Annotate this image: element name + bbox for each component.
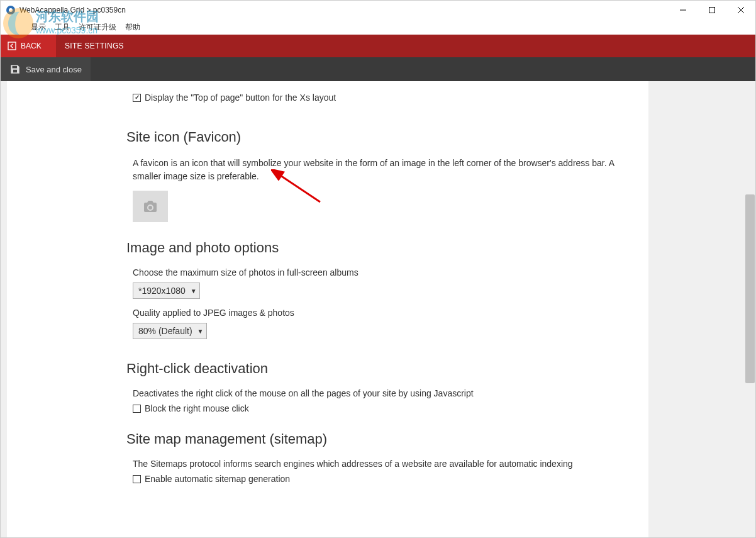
save-icon <box>9 64 21 75</box>
rightclick-option[interactable]: Block the right mouse click <box>7 403 648 413</box>
app-window: WebAcappella Grid > pc0359cn 显示 工具 许可证升级… <box>0 0 756 538</box>
jpeg-quality-label: Quality applied to JPEG images & photos <box>7 308 648 318</box>
content-wrapper: Display the "Top of page" button for the… <box>1 81 755 537</box>
titlebar: WebAcappella Grid > pc0359cn <box>1 1 755 20</box>
window-controls <box>669 1 755 20</box>
sitemap-checkbox[interactable] <box>133 475 141 483</box>
app-icon <box>6 5 16 15</box>
favicon-description: A favicon is an icon that will symbolize… <box>7 157 648 183</box>
maximize-button[interactable] <box>698 1 726 20</box>
menu-help[interactable]: 帮助 <box>125 22 140 33</box>
save-label: Save and close <box>26 65 82 74</box>
rightclick-checkbox[interactable] <box>133 405 141 413</box>
top-of-page-option[interactable]: Display the "Top of page" button for the… <box>7 92 648 103</box>
max-size-value: *1920x1080 <box>138 286 186 296</box>
camera-icon <box>143 200 158 213</box>
sitemap-label: Enable automatic sitemap generation <box>145 474 290 484</box>
back-label: BACK <box>21 42 42 50</box>
section-sitemap-heading: Site map management (sitemap) <box>7 431 648 447</box>
svg-rect-3 <box>709 8 715 13</box>
close-button[interactable] <box>726 1 755 20</box>
top-of-page-checkbox[interactable] <box>133 94 141 102</box>
window-title: WebAcappella Grid > pc0359cn <box>19 6 669 14</box>
menu-license[interactable]: 许可证升级 <box>79 22 116 33</box>
rightclick-description: Deactivates the right click of the mouse… <box>7 388 648 398</box>
section-rightclick-heading: Right-click deactivation <box>7 361 648 377</box>
section-favicon-heading: Site icon (Favicon) <box>7 129 648 145</box>
toolbar: Save and close <box>1 57 755 81</box>
sitemap-description: The Sitemaps protocol informs search eng… <box>7 459 648 469</box>
favicon-placeholder[interactable] <box>133 191 168 222</box>
scroll-thumb[interactable] <box>745 194 755 383</box>
svg-rect-6 <box>8 42 16 50</box>
chevron-down-icon: ▼ <box>191 288 197 294</box>
menu-tools[interactable]: 工具 <box>55 22 70 33</box>
header-title: SITE SETTINGS <box>56 35 124 57</box>
jpeg-quality-value: 80% (Default) <box>138 326 192 336</box>
menu-display[interactable]: 显示 <box>31 22 46 33</box>
section-image-options-heading: Image and photo options <box>7 240 648 256</box>
back-button[interactable]: BACK <box>1 35 56 57</box>
scrollbar[interactable] <box>745 81 755 537</box>
minimize-button[interactable] <box>669 1 698 20</box>
menubar: 显示 工具 许可证升级 帮助 <box>1 20 755 35</box>
max-size-label: Choose the maximum size of photos in ful… <box>7 267 648 277</box>
top-of-page-label: Display the "Top of page" button for the… <box>145 92 336 103</box>
max-size-dropdown[interactable]: *1920x1080 ▼ <box>133 283 200 299</box>
save-and-close-button[interactable]: Save and close <box>1 57 91 81</box>
chevron-down-icon: ▼ <box>197 328 204 335</box>
sitemap-option[interactable]: Enable automatic sitemap generation <box>7 474 648 484</box>
jpeg-quality-dropdown[interactable]: 80% (Default) ▼ <box>133 323 207 339</box>
settings-panel[interactable]: Display the "Top of page" button for the… <box>7 81 648 537</box>
back-arrow-icon <box>7 41 17 51</box>
svg-point-1 <box>9 8 13 12</box>
rightclick-label: Block the right mouse click <box>145 403 249 413</box>
header-bar: BACK SITE SETTINGS <box>1 35 755 57</box>
